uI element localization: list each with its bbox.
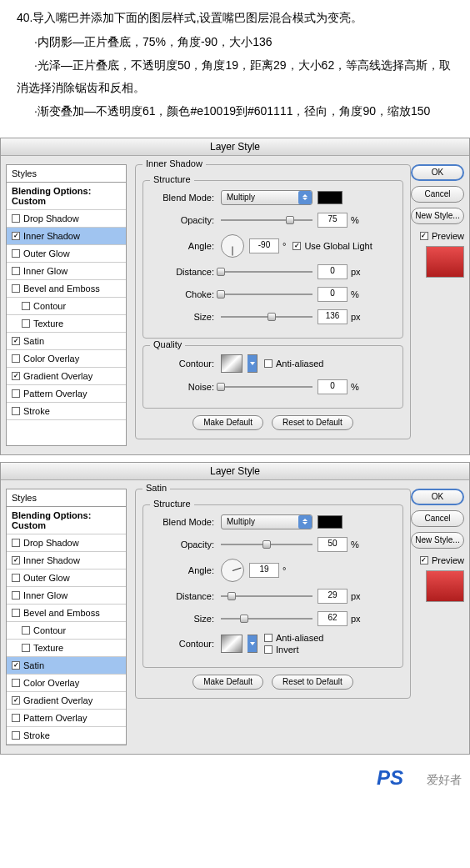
size-input[interactable]: 136 <box>318 309 348 324</box>
checkbox[interactable] <box>12 354 20 363</box>
noise-input[interactable]: 0 <box>318 379 348 394</box>
style-item-outer-glow[interactable]: Outer Glow <box>7 569 126 587</box>
checkbox[interactable] <box>12 232 20 240</box>
cancel-button[interactable]: Cancel <box>411 186 464 203</box>
checkbox[interactable] <box>12 661 20 670</box>
style-item-inner-shadow[interactable]: Inner Shadow <box>7 228 126 245</box>
checkbox[interactable] <box>12 574 20 582</box>
style-item-stroke[interactable]: Stroke <box>7 403 126 420</box>
global-light-checkbox[interactable] <box>292 242 301 250</box>
blend-mode-select[interactable]: Multiply <box>221 514 312 529</box>
styles-header[interactable]: Styles <box>7 489 126 507</box>
checkbox[interactable] <box>12 591 20 600</box>
distance-input[interactable]: 29 <box>318 589 348 604</box>
checkbox[interactable] <box>22 644 30 652</box>
style-item-pattern-overlay[interactable]: Pattern Overlay <box>7 385 126 403</box>
style-item-contour[interactable]: Contour <box>7 298 126 315</box>
angle-input[interactable]: -90 <box>249 238 279 253</box>
distance-input[interactable]: 0 <box>318 264 348 279</box>
distance-slider[interactable] <box>221 590 312 602</box>
style-item-inner-glow[interactable]: Inner Glow <box>7 263 126 280</box>
cancel-button[interactable]: Cancel <box>411 510 464 527</box>
style-item-gradient-overlay[interactable]: Gradient Overlay <box>7 692 126 710</box>
styles-header[interactable]: Styles <box>7 165 126 183</box>
opacity-slider[interactable] <box>221 214 312 226</box>
style-item-color-overlay[interactable]: Color Overlay <box>7 675 126 692</box>
checkbox[interactable] <box>12 609 20 617</box>
choke-slider[interactable] <box>221 288 312 300</box>
checkbox[interactable] <box>12 389 20 398</box>
angle-label: Angle: <box>152 241 214 251</box>
preview-checkbox[interactable] <box>420 556 428 564</box>
checkbox[interactable] <box>12 407 20 415</box>
blend-mode-select[interactable]: Multiply <box>221 190 312 205</box>
style-item-texture[interactable]: Texture <box>7 315 126 333</box>
checkbox[interactable] <box>12 249 20 258</box>
style-item-gradient-overlay[interactable]: Gradient Overlay <box>7 368 126 385</box>
checkbox[interactable] <box>12 337 20 345</box>
checkbox[interactable] <box>12 556 20 564</box>
checkbox[interactable] <box>12 714 20 722</box>
checkbox[interactable] <box>12 284 20 293</box>
distance-slider[interactable] <box>221 266 312 278</box>
angle-dial[interactable] <box>221 559 244 582</box>
style-item-stroke[interactable]: Stroke <box>7 727 126 745</box>
checkbox[interactable] <box>12 539 20 547</box>
color-swatch[interactable] <box>318 515 342 529</box>
make-default-button[interactable]: Make Default <box>192 675 263 690</box>
opacity-slider[interactable] <box>221 539 312 550</box>
checkbox[interactable] <box>12 372 20 380</box>
checkbox[interactable] <box>22 626 30 635</box>
checkbox[interactable] <box>22 319 30 328</box>
size-slider[interactable] <box>221 613 312 625</box>
noise-slider[interactable] <box>221 381 312 393</box>
checkbox[interactable] <box>12 679 20 687</box>
effect-group: Satin Structure Blend Mode: Multiply Opa… <box>135 489 411 699</box>
contour-picker[interactable] <box>221 635 242 653</box>
checkbox[interactable] <box>12 267 20 275</box>
style-item-inner-shadow[interactable]: Inner Shadow <box>7 552 126 569</box>
contour-picker[interactable] <box>221 354 242 373</box>
invert-checkbox[interactable] <box>264 645 272 654</box>
style-item-color-overlay[interactable]: Color Overlay <box>7 350 126 368</box>
color-swatch[interactable] <box>318 191 342 204</box>
style-item-pattern-overlay[interactable]: Pattern Overlay <box>7 710 126 727</box>
reset-default-button[interactable]: Reset to Default <box>272 675 353 690</box>
chevron-down-icon[interactable] <box>248 635 258 653</box>
antialiased-checkbox[interactable] <box>264 634 272 642</box>
checkbox[interactable] <box>12 214 20 223</box>
angle-input[interactable]: 19 <box>249 563 279 578</box>
new-style-button[interactable]: New Style... <box>411 532 464 549</box>
style-item-satin[interactable]: Satin <box>7 657 126 675</box>
checkbox[interactable] <box>12 696 20 705</box>
new-style-button[interactable]: New Style... <box>411 208 464 224</box>
chevron-down-icon[interactable] <box>248 354 258 373</box>
size-input[interactable]: 62 <box>318 611 348 626</box>
preview-checkbox[interactable] <box>420 232 428 240</box>
style-item-outer-glow[interactable]: Outer Glow <box>7 245 126 263</box>
checkbox[interactable] <box>12 731 20 740</box>
style-item-bevel-and-emboss[interactable]: Bevel and Emboss <box>7 605 126 622</box>
ok-button[interactable]: OK <box>411 489 464 505</box>
style-item-contour[interactable]: Contour <box>7 622 126 640</box>
choke-input[interactable]: 0 <box>318 287 348 302</box>
size-slider[interactable] <box>221 311 312 323</box>
style-item-label: Bevel and Emboss <box>23 283 100 294</box>
effect-title: Satin <box>142 483 170 493</box>
opacity-input[interactable]: 50 <box>318 537 348 552</box>
style-item-bevel-and-emboss[interactable]: Bevel and Emboss <box>7 280 126 298</box>
opacity-input[interactable]: 75 <box>318 213 348 228</box>
blending-options-item[interactable]: Blending Options: Custom <box>7 507 126 534</box>
reset-default-button[interactable]: Reset to Default <box>272 415 353 430</box>
style-item-texture[interactable]: Texture <box>7 640 126 657</box>
angle-dial[interactable] <box>221 234 244 258</box>
ok-button[interactable]: OK <box>411 164 464 181</box>
style-item-inner-glow[interactable]: Inner Glow <box>7 587 126 605</box>
style-item-satin[interactable]: Satin <box>7 333 126 350</box>
make-default-button[interactable]: Make Default <box>192 415 263 430</box>
checkbox[interactable] <box>22 302 30 310</box>
blending-options-item[interactable]: Blending Options: Custom <box>7 183 126 210</box>
style-item-drop-shadow[interactable]: Drop Shadow <box>7 534 126 552</box>
antialiased-checkbox[interactable] <box>264 359 272 368</box>
style-item-drop-shadow[interactable]: Drop Shadow <box>7 210 126 228</box>
